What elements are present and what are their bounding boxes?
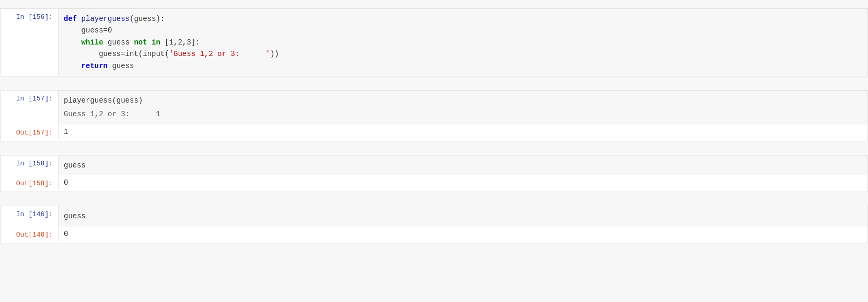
cell-156: In [156]: def playerguess(guess): guess=… — [0, 8, 868, 76]
cell-158-content: guess — [58, 155, 867, 175]
cell-157-output: 1 — [58, 125, 867, 139]
cell-158-in-label: In [158]: — [1, 155, 58, 172]
code-line: guess — [64, 210, 862, 222]
keyword: not in — [134, 38, 160, 47]
code-text: guess=int(input( — [64, 50, 169, 58]
code-text: 0 — [108, 26, 112, 35]
divider — [0, 144, 868, 152]
cell-146-in-label: In [146]: — [1, 206, 58, 222]
cell-146: In [146]: guess Out[146]: 0 — [0, 206, 868, 243]
code-line: playerguess(guess) — [64, 95, 862, 106]
output-value: 0 — [64, 178, 68, 187]
cell-157-out-label: Out[157]: — [1, 125, 58, 141]
code-line: guess=0 — [64, 25, 862, 36]
cell-146-input-row: In [146]: guess — [1, 206, 867, 226]
code-line: guess — [64, 160, 862, 171]
code-text: guess= — [64, 26, 108, 35]
cell-157: In [157]: playerguess(guess) Guess 1,2 o… — [0, 90, 868, 141]
cell-157-output-row: Out[157]: 1 — [1, 125, 867, 141]
output-value: 1 — [64, 128, 68, 136]
cell-158-output: 0 — [58, 175, 867, 190]
keyword: return — [82, 62, 108, 70]
code-text: guess — [108, 62, 134, 70]
cell-146-output: 0 — [58, 227, 867, 241]
code-line: guess=int(input('Guess 1,2 or 3: ')) — [64, 48, 862, 60]
code-text: guess — [103, 38, 134, 47]
code-text: )) — [270, 50, 279, 58]
code-text: guess — [64, 212, 86, 220]
function-name: playerguess — [82, 15, 130, 23]
cell-146-out-label: Out[146]: — [1, 227, 58, 243]
code-text — [64, 62, 82, 70]
cell-157-input-row: In [157]: playerguess(guess) Guess 1,2 o… — [1, 91, 867, 125]
code-line: while guess not in [1,2,3]: — [64, 37, 862, 48]
keyword: while — [82, 38, 103, 47]
cell-157-in-label: In [157]: — [1, 91, 58, 107]
divider — [0, 195, 868, 203]
keyword: def — [64, 15, 82, 23]
cell-158-out-label: Out[158]: — [1, 175, 58, 192]
cell-156-content: def playerguess(guess): guess=0 while gu… — [58, 9, 867, 76]
code-text: [1,2,3]: — [160, 38, 200, 47]
code-text: (guess): — [130, 15, 165, 23]
code-line: return guess — [64, 60, 862, 72]
cell-158-input-row: In [158]: guess — [1, 155, 867, 175]
code-text: playerguess(guess) — [64, 96, 143, 105]
cell-157-content: playerguess(guess) Guess 1,2 or 3: 1 — [58, 91, 867, 125]
code-line: def playerguess(guess): — [64, 13, 862, 25]
output-value: 0 — [64, 230, 68, 238]
cell-158-output-row: Out[158]: 0 — [1, 175, 867, 192]
cell-158: In [158]: guess Out[158]: 0 — [0, 155, 868, 192]
cell-146-content: guess — [58, 206, 867, 226]
code-text: guess — [64, 161, 86, 170]
string: 'Guess 1,2 or 3: ' — [169, 50, 270, 58]
cell-156-in-label: In [156]: — [1, 9, 58, 25]
cell-156-input-row: In [156]: def playerguess(guess): guess=… — [1, 9, 867, 76]
cell-146-output-row: Out[146]: 0 — [1, 227, 867, 243]
input-prompt-line: Guess 1,2 or 3: 1 — [64, 108, 862, 120]
divider — [0, 80, 868, 87]
code-text — [64, 38, 82, 47]
notebook: In [156]: def playerguess(guess): guess=… — [0, 0, 868, 302]
